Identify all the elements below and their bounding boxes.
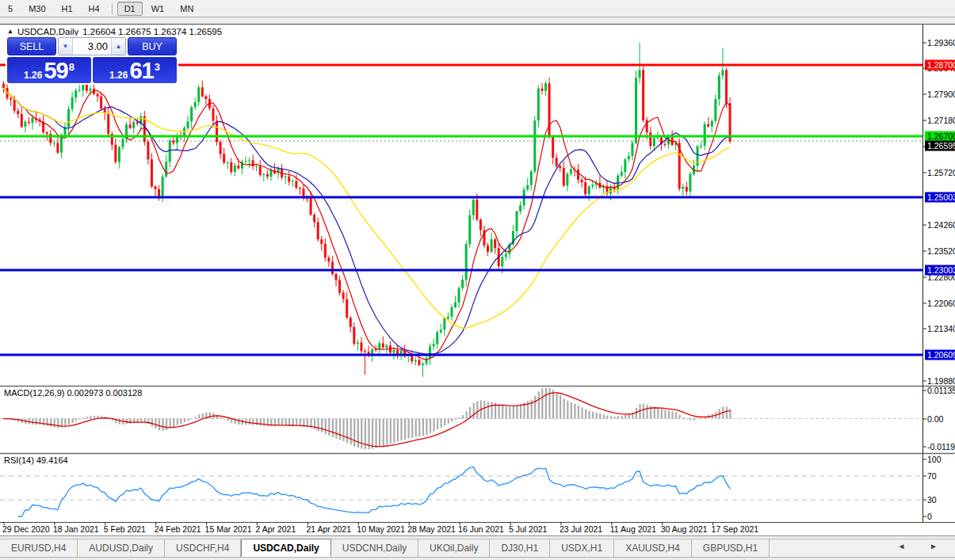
buy-button[interactable]: BUY [128, 37, 177, 55]
price-tick-label: 1.24260 [927, 220, 955, 230]
tab-xauusd-h4[interactable]: XAUUSD,H4 [614, 539, 692, 557]
rsi-tick-label: 30 [927, 495, 937, 505]
volume-decrease-button[interactable]: ▼ [59, 38, 73, 55]
date-tick-label: 17 Sep 2021 [712, 524, 759, 534]
toolbar-separator [112, 3, 113, 14]
tab-eurusd-h4[interactable]: EURUSD,H4 [0, 539, 78, 557]
macd-tick-label: -0.01190 [927, 442, 955, 451]
chart-window: ▲ USDCAD,Daily 1.26604 1.26675 1.26374 1… [0, 24, 955, 536]
date-tick-label: 5 Jul 2021 [509, 524, 547, 534]
one-click-trade-panel: SELL ▼ ▲ BUY 1.26 59 8 1.26 61 3 [6, 36, 178, 85]
bid-price-display[interactable]: 1.26 59 8 [7, 57, 91, 83]
date-tick-label: 5 Feb 2021 [104, 524, 146, 534]
price-tick-label: 1.27180 [927, 116, 955, 125]
tab-audusd-daily[interactable]: AUDUSD,Daily [78, 539, 165, 557]
tab-usdx-h1[interactable]: USDX,H1 [550, 539, 614, 557]
price-tick-label: 1.27900 [927, 90, 955, 99]
price-level-badge: 1.20609 [925, 350, 955, 360]
date-tick-label: 23 Jul 2021 [560, 524, 602, 534]
timeframe-button-w1[interactable]: W1 [144, 2, 172, 16]
timeframe-button-d1[interactable]: D1 [117, 2, 143, 16]
bid-price-main: 59 [44, 59, 67, 82]
rsi-tick-label: 70 [927, 471, 937, 481]
date-tick-label: 16 Jun 2021 [458, 524, 504, 534]
date-tick-label: 2 Apr 2021 [256, 524, 296, 534]
date-tick-label: 29 Dec 2020 [2, 524, 50, 534]
ask-price-display[interactable]: 1.26 61 3 [93, 57, 177, 83]
date-tick-label: 21 Apr 2021 [306, 524, 351, 534]
timeframe-button-m30[interactable]: M30 [21, 2, 52, 16]
rsi-tick-label: 100 [927, 455, 942, 464]
chart-tab-bar: EURUSD,H4AUDUSD,DailyUSDCHF,H4USDCAD,Dai… [0, 539, 955, 558]
price-tick-label: 1.19880 [927, 376, 955, 386]
macd-tick-label: 0.01135 [927, 386, 955, 395]
ask-price-main: 61 [129, 59, 153, 82]
price-level-badge: 1.28700 [925, 60, 955, 70]
timeframe-button-mn[interactable]: MN [173, 2, 201, 16]
date-tick-label: 18 Jan 2021 [53, 524, 99, 534]
tab-ukoil-daily[interactable]: UKOil,Daily [418, 539, 490, 557]
rsi-indicator-label: RSI(14) 49.4164 [4, 455, 68, 465]
price-tick-label: 1.21340 [927, 324, 955, 333]
ask-price-pip: 3 [155, 62, 160, 72]
macd-indicator-label: MACD(12,26,9) 0.002973 0.003128 [4, 388, 142, 398]
timeframe-button-h1[interactable]: H1 [55, 2, 80, 16]
tab-scroll-arrows[interactable]: ◄ ► [897, 542, 949, 550]
tab-usdcad-daily[interactable]: USDCAD,Daily [241, 539, 330, 557]
date-tick-label: 10 May 2021 [357, 524, 405, 534]
timeframe-button-h4[interactable]: H4 [82, 2, 107, 16]
date-tick-label: 11 Aug 2021 [610, 524, 656, 534]
date-tick-label: 30 Aug 2021 [661, 524, 708, 534]
price-tick-label: 1.29360 [927, 38, 955, 48]
bid-price-prefix: 1.26 [24, 70, 42, 80]
tab-usdcnh-daily[interactable]: USDCNH,Daily [331, 539, 418, 557]
date-tick-label: 24 Feb 2021 [155, 524, 201, 534]
timeframe-button-5[interactable]: 5 [1, 2, 20, 16]
date-tick-label: 15 Mar 2021 [205, 524, 252, 534]
volume-increase-button[interactable]: ▲ [111, 38, 125, 55]
collapse-arrow-icon[interactable]: ▲ [7, 28, 13, 35]
bid-price-pip: 8 [69, 62, 74, 72]
tab-usdchf-h4[interactable]: USDCHF,H4 [165, 539, 241, 557]
macd-tick-label: 0.00 [927, 414, 943, 424]
price-tick-label: 1.23520 [927, 246, 955, 256]
chart-canvas[interactable] [0, 25, 955, 536]
date-tick-label: 28 May 2021 [407, 524, 456, 534]
volume-stepper: ▼ ▲ [58, 37, 126, 55]
price-level-badge: 1.26595 [925, 141, 955, 151]
price-level-badge: 1.23003 [925, 265, 955, 276]
volume-input[interactable] [73, 38, 111, 55]
sell-button[interactable]: SELL [7, 37, 56, 55]
timeframe-toolbar: 5M30H1H4D1W1MN [0, 0, 955, 17]
rsi-tick-label: 0 [927, 512, 932, 521]
price-level-badge: 1.25003 [925, 192, 955, 203]
tab-dj30-h1[interactable]: DJ30,H1 [490, 539, 550, 557]
price-tick-label: 1.22060 [927, 299, 955, 308]
tab-gbpusd-h1[interactable]: GBPUSD,H1 [692, 539, 770, 557]
ask-price-prefix: 1.26 [109, 70, 128, 80]
price-tick-label: 1.25720 [927, 168, 955, 177]
